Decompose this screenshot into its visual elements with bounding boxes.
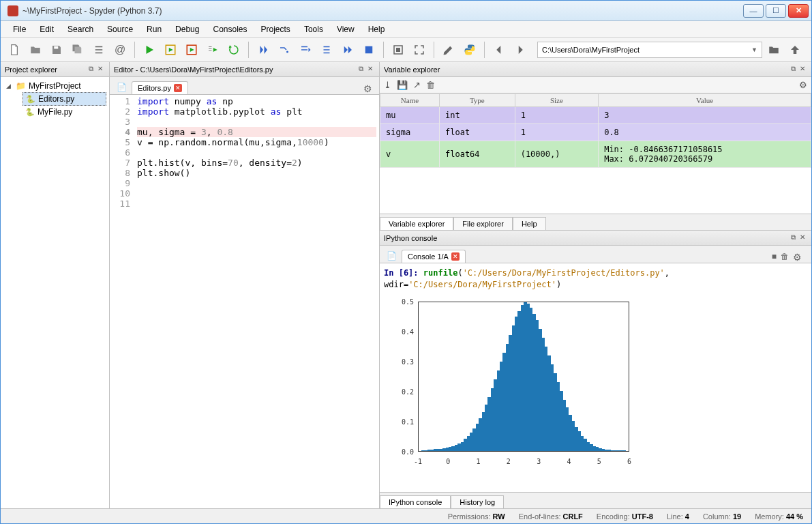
- menu-help[interactable]: Help: [361, 23, 392, 36]
- menu-debug[interactable]: Debug: [168, 23, 206, 36]
- debug-button[interactable]: [254, 40, 273, 59]
- save-data-as-button[interactable]: ↗: [413, 80, 421, 90]
- spyder-icon: [7, 5, 18, 16]
- variable-explorer-header: Variable explorer ⧉ ✕: [380, 62, 811, 77]
- tab-list-button[interactable]: 📄: [114, 81, 129, 94]
- console-output[interactable]: In [6]: runfile('C:/Users/Dora/MyFirstPr…: [380, 263, 811, 492]
- working-directory-input[interactable]: C:\Users\Dora\MyFirstProject ▼: [537, 42, 762, 58]
- save-all-button[interactable]: [68, 40, 87, 59]
- minimize-button[interactable]: —: [743, 4, 764, 18]
- list-button[interactable]: [89, 40, 108, 59]
- run-selection-button[interactable]: [203, 40, 222, 59]
- close-pane-button[interactable]: ✕: [95, 65, 105, 74]
- console-tab[interactable]: Console 1/A ✕: [402, 250, 466, 263]
- undock-button[interactable]: ⧉: [788, 233, 798, 243]
- tree-file[interactable]: 🐍 MyFile.py: [22, 106, 106, 118]
- chevron-down-icon: ▼: [751, 46, 757, 53]
- ipython-header: IPython console ⧉ ✕: [380, 231, 811, 246]
- close-tab-icon[interactable]: ✕: [174, 84, 182, 92]
- step-over-button[interactable]: [275, 40, 294, 59]
- editor-tab[interactable]: Editors.py ✕: [132, 81, 188, 94]
- continue-button[interactable]: [338, 40, 357, 59]
- open-file-button[interactable]: [26, 40, 45, 59]
- ipython-console-pane: IPython console ⧉ ✕ 📄 Console 1/A ✕ ■ 🗑 …: [380, 231, 811, 508]
- menu-source[interactable]: Source: [100, 23, 140, 36]
- tab-history-log[interactable]: History log: [451, 495, 504, 508]
- tab-list-button[interactable]: 📄: [384, 249, 399, 263]
- tab-file-explorer[interactable]: File explorer: [453, 217, 513, 230]
- import-data-button[interactable]: ⤓: [384, 80, 391, 90]
- menu-file[interactable]: File: [6, 23, 33, 36]
- python-file-icon: 🐍: [26, 95, 35, 104]
- undock-button[interactable]: ⧉: [356, 65, 365, 74]
- menubar: FileEditSearchSourceRunDebugConsolesProj…: [1, 21, 811, 38]
- tree-root[interactable]: ◢ 📁 MyFirstProject: [3, 80, 106, 92]
- close-pane-button[interactable]: ✕: [798, 65, 807, 74]
- close-pane-button[interactable]: ✕: [798, 233, 807, 243]
- tab-ipython-console[interactable]: IPython console: [380, 495, 451, 508]
- at-button[interactable]: @: [110, 40, 130, 59]
- project-explorer-header: Project explorer ⧉ ✕: [1, 62, 109, 77]
- variable-explorer-toolbar: ⤓ 💾 ↗ 🗑 ⚙: [380, 77, 811, 93]
- variable-explorer-pane: Variable explorer ⧉ ✕ ⤓ 💾 ↗ 🗑 ⚙ NameType…: [380, 62, 811, 231]
- code-editor[interactable]: 1234567891011 import numpy as npimport m…: [110, 95, 379, 508]
- clear-console-button[interactable]: 🗑: [781, 252, 789, 263]
- rerun-button[interactable]: [224, 40, 243, 59]
- editor-tabs: 📄 Editors.py ✕ ⚙: [110, 77, 379, 95]
- parent-dir-button[interactable]: [785, 40, 805, 59]
- variable-row[interactable]: muint13: [380, 107, 811, 124]
- gear-icon[interactable]: ⚙: [793, 252, 805, 263]
- menu-edit[interactable]: Edit: [33, 23, 61, 36]
- python-file-icon: 🐍: [25, 108, 35, 117]
- variable-explorer-bottom-tabs: Variable explorerFile explorerHelp: [380, 214, 811, 230]
- window-title: ~\MyFirstProject - Spyder (Python 3.7): [22, 6, 743, 16]
- undock-button[interactable]: ⧉: [86, 65, 95, 74]
- nav-forward-button[interactable]: [511, 40, 530, 59]
- variable-row[interactable]: vfloat64(10000,)Min: -0.8466367171058615…: [380, 141, 811, 168]
- menu-view[interactable]: View: [330, 23, 361, 36]
- menu-consoles[interactable]: Consoles: [206, 23, 254, 36]
- python-path-button[interactable]: [460, 40, 479, 59]
- gear-icon[interactable]: ⚙: [363, 83, 375, 94]
- variable-table[interactable]: NameTypeSizeValuemuint13sigmafloat10.8vf…: [380, 93, 811, 214]
- close-button[interactable]: ✕: [788, 4, 809, 18]
- run-button[interactable]: [140, 40, 159, 59]
- fullscreen-button[interactable]: [410, 40, 429, 59]
- chevron-down-icon: ◢: [6, 83, 13, 89]
- close-pane-button[interactable]: ✕: [365, 65, 375, 74]
- save-button[interactable]: [47, 40, 66, 59]
- console-bottom-tabs: IPython consoleHistory log: [380, 492, 811, 508]
- svg-rect-4: [365, 46, 373, 53]
- tree-file[interactable]: 🐍 Editors.py: [22, 92, 106, 106]
- undock-button[interactable]: ⧉: [788, 65, 798, 74]
- maximize-pane-button[interactable]: [389, 40, 408, 59]
- tab-help[interactable]: Help: [513, 217, 546, 230]
- step-into-button[interactable]: [296, 40, 315, 59]
- menu-search[interactable]: Search: [61, 23, 100, 36]
- variable-row[interactable]: sigmafloat10.8: [380, 124, 811, 141]
- plot-output: 0.00.10.20.30.40.5-10123456: [384, 297, 807, 469]
- menu-tools[interactable]: Tools: [297, 23, 330, 36]
- maximize-button[interactable]: ☐: [766, 4, 786, 18]
- stop-button[interactable]: [359, 40, 378, 59]
- stop-kernel-button[interactable]: ■: [772, 252, 777, 263]
- run-cell-button[interactable]: [161, 40, 180, 59]
- svg-rect-0: [54, 46, 58, 48]
- save-data-button[interactable]: 💾: [397, 80, 408, 90]
- menu-projects[interactable]: Projects: [254, 23, 297, 36]
- folder-icon: 📁: [16, 81, 26, 91]
- new-file-button[interactable]: [5, 40, 24, 59]
- nav-back-button[interactable]: [490, 40, 509, 59]
- run-cell-advance-button[interactable]: [182, 40, 201, 59]
- preferences-button[interactable]: [439, 40, 458, 59]
- clear-data-button[interactable]: 🗑: [426, 80, 435, 90]
- close-tab-icon[interactable]: ✕: [451, 252, 460, 261]
- tab-variable-explorer[interactable]: Variable explorer: [380, 217, 453, 230]
- browse-dir-button[interactable]: [764, 40, 783, 59]
- menu-run[interactable]: Run: [140, 23, 168, 36]
- main-toolbar: @ C:\Users\Dora\MyFirstProject ▼: [1, 38, 811, 62]
- gear-icon[interactable]: ⚙: [799, 80, 807, 90]
- svg-point-3: [286, 50, 288, 53]
- editor-header: Editor - C:\Users\Dora\MyFirstProject\Ed…: [110, 62, 379, 77]
- step-out-button[interactable]: [317, 40, 336, 59]
